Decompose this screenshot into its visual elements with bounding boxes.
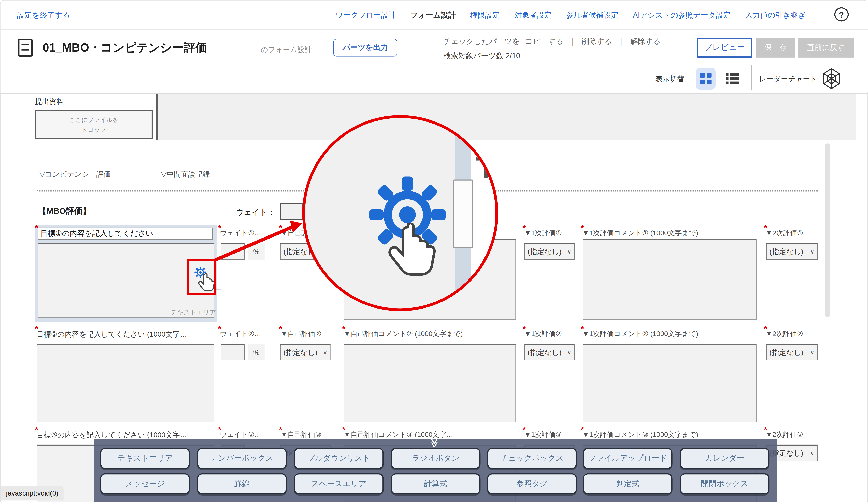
palette-judgment-button[interactable]: 判定式 [583, 473, 672, 494]
status-link-preview: javascript:void(0) [1, 486, 64, 501]
percent-label: % [248, 243, 265, 260]
second-eval2-label: ▼2次評価② [766, 329, 803, 339]
textarea-watermark: テキストエリア [170, 308, 216, 317]
nav-target-settings[interactable]: 対象者設定 [514, 11, 551, 20]
self-comment2-label: ▼自己評価コメント② (1000文字まで) [344, 329, 463, 339]
magnified-box-corner [484, 156, 488, 178]
first-eval1-dropdown[interactable]: (指定なし)∨ [524, 243, 575, 260]
save-button[interactable]: 保 存 [756, 38, 795, 58]
file-drop-text: ドロップ [81, 125, 106, 134]
first-eval2-dropdown[interactable]: (指定なし)∨ [524, 344, 575, 360]
nav-participant-candidate-settings[interactable]: 参加者候補設定 [566, 11, 619, 20]
palette-numberbox-button[interactable]: ナンバーボックス [197, 448, 287, 469]
pipe-separator: ｜ [569, 37, 576, 47]
search-target-count: 検索対象パーツ数 2/10 [443, 51, 520, 61]
weight-total-input[interactable] [280, 203, 303, 221]
goal2-textarea[interactable] [37, 344, 214, 422]
nav-separator [824, 8, 824, 23]
chevron-down-icon: ∨ [323, 349, 327, 355]
first-comment3-label: ▼1次評価コメント③ (1000文字まで) [582, 430, 699, 440]
palette-radio-button[interactable]: ラジオボタン [391, 448, 480, 469]
view-separator [751, 65, 752, 90]
top-nav: 設定を終了する ワークフロー設計 フォーム設計 権限設定 対象者設定 参加者候補… [1, 1, 868, 29]
section-link-competency[interactable]: ▽コンピテンシー評価 [39, 170, 111, 179]
form-icon [17, 38, 35, 58]
palette-spacearea-button[interactable]: スペースエリア [294, 473, 383, 494]
palette-formula-button[interactable]: 計算式 [391, 473, 480, 494]
exit-settings-link[interactable]: 設定を終了する [17, 11, 70, 20]
grid-view-icon [699, 72, 712, 85]
self-comment2-textarea[interactable] [344, 344, 516, 422]
chevron-down-icon: ∨ [810, 249, 814, 255]
palette-fileupload-button[interactable]: ファイルアップロード [583, 448, 672, 469]
second-eval3-label: ▼2次評価③ [766, 430, 803, 440]
cursor-hand-icon [198, 273, 216, 294]
collapse-palette-icon[interactable]: ≫ [430, 438, 439, 448]
weight-total-label: ウェイト： [236, 208, 276, 218]
export-parts-button[interactable]: パーツを出力 [333, 39, 397, 57]
nav-ai-assist-reference-settings[interactable]: AIアシストの参照データ設定 [633, 11, 731, 20]
goal1-textarea[interactable] [38, 243, 214, 318]
second-eval1-dropdown[interactable]: (指定なし)∨ [766, 243, 818, 260]
pipe-separator: ｜ [618, 37, 625, 47]
nav-permission-settings[interactable]: 権限設定 [470, 11, 500, 20]
file-drop-zone[interactable]: ここにファイルを ドロップ [35, 110, 153, 139]
weight1-input[interactable] [221, 243, 245, 260]
radar-chart-icon[interactable] [822, 68, 841, 90]
palette-calendar-button[interactable]: カレンダー [680, 448, 769, 469]
palette-textarea-button[interactable]: テキストエリア [100, 448, 190, 469]
second-eval1-label: ▼2次評価① [766, 228, 803, 238]
radar-chart-label: レーダーチャート： [759, 74, 825, 84]
nav-input-value-carryover[interactable]: 入力値の引き継ぎ [745, 11, 806, 20]
palette-togglebox-button[interactable]: 開閉ボックス [680, 473, 769, 494]
grid-view-button[interactable] [696, 68, 716, 90]
goal1-title-input[interactable] [38, 228, 213, 240]
page-title: 01_MBO・コンピテンシー評価 [43, 40, 207, 55]
nav-form-design[interactable]: フォーム設計 [410, 11, 456, 20]
undo-button[interactable]: 直前に戻す [798, 38, 854, 58]
release-parts-action[interactable]: 解除する [630, 37, 661, 47]
second-eval2-dropdown[interactable]: (指定なし)∨ [766, 344, 818, 360]
palette-referencetag-button[interactable]: 参照タグ [487, 473, 577, 494]
first-comment1-textarea[interactable] [583, 238, 757, 320]
chevron-down-icon: ∨ [567, 349, 571, 355]
weight1-label: ウェイト①… [220, 228, 261, 238]
list-view-icon [725, 72, 740, 85]
mbo-heading: 【MBO評価】 [38, 206, 91, 216]
part-scrollbar[interactable] [216, 237, 221, 290]
self-eval2-label: ▼自己評価② [281, 329, 321, 339]
weight3-label: ウェイト③… [220, 430, 261, 440]
first-comment2-label: ▼1次評価コメント② (1000文字まで) [582, 329, 699, 339]
page-subtitle: のフォーム設計 [261, 45, 312, 55]
copy-parts-action[interactable]: コピーする [525, 37, 564, 47]
palette-ruledline-button[interactable]: 罫線 [197, 473, 287, 494]
checked-parts-label: チェックしたパーツを [443, 37, 519, 47]
first-eval2-label: ▼1次評価② [524, 329, 562, 339]
magnified-box-corner [476, 156, 488, 161]
parts-palette: ≫ テキストエリア ナンバーボックス プルダウンリスト ラジオボタン チェックボ… [94, 439, 777, 502]
first-comment2-textarea[interactable] [583, 344, 757, 422]
chevron-down-icon: ∨ [810, 450, 814, 456]
self-eval2-dropdown[interactable]: (指定なし)∨ [280, 344, 330, 360]
section-link-interim-interview[interactable]: ▽中間面談記録 [161, 170, 210, 179]
delete-parts-action[interactable]: 削除する [582, 37, 612, 47]
first-eval1-label: ▼1次評価① [524, 228, 562, 238]
weight2-input[interactable] [221, 344, 245, 360]
help-icon[interactable]: ? [834, 7, 849, 21]
preview-button[interactable]: プレビュー [697, 38, 752, 58]
view-switch-label: 表示切替： [655, 74, 691, 84]
goal2-label: 目標②の内容を記入してください (1000文字… [37, 329, 187, 339]
list-view-button[interactable] [722, 70, 742, 88]
canvas-scrollbar-thumb[interactable] [825, 143, 830, 317]
magnifier-circle [302, 115, 498, 311]
chevron-down-icon: ∨ [567, 249, 571, 255]
palette-pulldown-button[interactable]: プルダウンリスト [294, 448, 383, 469]
chevron-down-icon: ∨ [810, 349, 814, 355]
palette-checkbox-button[interactable]: チェックボックス [487, 448, 577, 469]
weight2-label: ウェイト②… [220, 329, 261, 339]
nav-workflow-design[interactable]: ワークフロー設計 [335, 11, 396, 20]
first-eval3-label: ▼1次評価③ [524, 430, 562, 440]
block-divider-bar [156, 93, 158, 140]
percent-label: % [248, 344, 265, 360]
palette-message-button[interactable]: メッセージ [100, 473, 190, 494]
